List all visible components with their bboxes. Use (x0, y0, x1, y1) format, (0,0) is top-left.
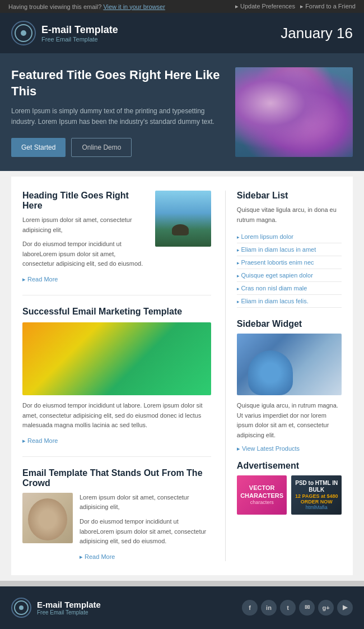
article-3-para2: Dor do eiusmod tempor incididunt ut labo… (80, 517, 211, 547)
article-1-bird-image (155, 191, 211, 247)
social-twitter[interactable]: t (280, 600, 296, 616)
list-item: Quisque eget sapien dolor (237, 269, 342, 282)
hero-text: Lorem Ipsum is simply dummy text of the … (11, 106, 224, 127)
footer-logo: E-mail Template Free Email Template (11, 598, 101, 618)
social-googleplus[interactable]: g+ (318, 600, 334, 616)
social-icons: f in t ✉ g+ ▶ (242, 600, 353, 616)
article-3-read-more[interactable]: Read More (80, 553, 115, 560)
main-column: Heading Title Goes Right Here Lorem ipsu… (22, 191, 211, 561)
article-3-title: Email Template That Stands Out From The … (22, 468, 211, 488)
article-1-title: Heading Title Goes Right Here (22, 191, 147, 211)
ad-banners: VECTOR CHARACTERS characters PSD to HTML… (237, 475, 342, 515)
top-bar-right: Update Preferences Forwrd to a Friend (235, 3, 356, 10)
article-2-read-more[interactable]: Read More (22, 437, 58, 444)
ad-2-brand: htmlMafia (306, 505, 328, 510)
ad-heading: Advertisement (237, 461, 342, 471)
article-2: Successful Email Marketing Template Dor … (22, 307, 211, 457)
sidebar-list-desc: Quisque vitae ligula arcu, in dona eu ru… (237, 205, 342, 225)
ad-1-title: VECTOR CHARACTERS (240, 484, 284, 499)
article-3: Email Template That Stands Out From The … (22, 468, 211, 561)
sidebar-widget-heading: Sidebar Widget (237, 319, 342, 329)
footer-logo-name: E-mail Template (37, 600, 101, 609)
list-item-link-3[interactable]: Praesent lobortis enim nec (241, 259, 314, 266)
article-1-content: Heading Title Goes Right Here Lorem ipsu… (22, 191, 147, 284)
logo-sub: Free Email Template (41, 36, 118, 43)
top-bar: Having trouble viewing this email? View … (0, 0, 364, 13)
sidebar-list: Lorem lipsum dolor Eliam in diam lacus i… (237, 230, 342, 308)
logo-name: E-mail Template (41, 24, 118, 36)
view-in-browser-link[interactable]: View it in your browser (103, 3, 165, 10)
article-2-title: Successful Email Marketing Template (22, 307, 211, 317)
article-1: Heading Title Goes Right Here Lorem ipsu… (22, 191, 211, 295)
trouble-text: Having trouble viewing this email? View … (8, 3, 165, 10)
logo-text: E-mail Template Free Email Template (41, 24, 118, 43)
hero-buttons: Get Started Online Demo (11, 138, 224, 157)
article-1-para2: Dor do eiusmod tempor incididunt ut labo… (22, 239, 147, 269)
logo-icon (11, 21, 36, 45)
list-item-link-2[interactable]: Eliam in diam lacus in amet (241, 246, 316, 253)
article-1-para1: Lorem ipsum dolor sit amet, consectetur … (22, 215, 147, 235)
footer-main: E-mail Template Free Email Template f in… (0, 586, 364, 629)
forward-link[interactable]: Forwrd to a Friend (300, 3, 356, 10)
ad-2-cta: ORDER NOW (301, 499, 333, 505)
list-item-link-4[interactable]: Quisque eget sapien dolor (241, 272, 312, 279)
header-date: January 16 (281, 25, 353, 42)
header: E-mail Template Free Email Template Janu… (0, 13, 364, 53)
spacer-top (0, 171, 364, 177)
main-content: Heading Title Goes Right Here Lorem ipsu… (0, 177, 364, 575)
hero-image (235, 67, 353, 157)
footer-logo-sub: Free Email Template (37, 609, 101, 616)
hero-title: Featured Title Goes Right Here Like This (11, 67, 224, 99)
social-email[interactable]: ✉ (299, 600, 315, 616)
ad-2-title: PSD to HTML IN BULK (294, 480, 339, 493)
sidebar-widget-image (237, 334, 342, 395)
list-item: Lorem lipsum dolor (237, 230, 342, 243)
social-youtube[interactable]: ▶ (337, 600, 353, 616)
list-item: Praesent lobortis enim nec (237, 256, 342, 269)
hero-flowers-image (235, 67, 353, 157)
article-3-content: Lorem ipsum dolor sit amet, consectetur … (80, 493, 211, 561)
list-item: Eliam in diam lacus in amet (237, 243, 342, 256)
list-item: Cras non nisl diam male (237, 282, 342, 295)
footer-logo-icon (11, 598, 31, 618)
logo-area: E-mail Template Free Email Template (11, 21, 118, 45)
two-col-layout: Heading Title Goes Right Here Lorem ipsu… (22, 191, 342, 561)
list-item-link-5[interactable]: Cras non nisl diam male (241, 285, 307, 292)
article-3-para1: Lorem ipsum dolor sit amet, consectetur … (80, 493, 211, 512)
list-item-link-1[interactable]: Lorem lipsum dolor (241, 233, 293, 240)
article-1-read-more[interactable]: Read More (22, 276, 58, 283)
footer-logo-text: E-mail Template Free Email Template (37, 600, 101, 616)
hero-section: Featured Title Goes Right Here Like This… (0, 53, 364, 171)
sidebar-list-heading: Sidebar List (237, 191, 342, 201)
article-3-image (22, 493, 73, 543)
hero-content: Featured Title Goes Right Here Like This… (11, 67, 224, 157)
social-linkedin[interactable]: in (261, 600, 277, 616)
get-started-button[interactable]: Get Started (11, 138, 66, 157)
content-wrapper: Heading Title Goes Right Here Lorem ipsu… (11, 177, 353, 575)
ad-banner-1[interactable]: VECTOR CHARACTERS characters (237, 475, 287, 515)
update-prefs-link[interactable]: Update Preferences (235, 3, 295, 10)
article-2-text: Dor do eiusmod tempor incididunt ut labo… (22, 401, 211, 431)
article-1-image (155, 191, 211, 247)
sidebar-widget-link[interactable]: View Latest Products (237, 445, 342, 452)
sidebar-widget-text: Quisque igula arcu, in rutrum magna. Ut … (237, 401, 342, 440)
list-item-link-6[interactable]: Eliam in diam lacus felis. (241, 298, 308, 304)
list-item: Eliam in diam lacus felis. (237, 295, 342, 308)
article-2-image (22, 322, 211, 395)
sidebar: Sidebar List Quisque vitae ligula arcu, … (225, 191, 342, 561)
article-3-inner: Lorem ipsum dolor sit amet, consectetur … (22, 493, 211, 561)
ad-1-sub: characters (250, 499, 274, 505)
social-facebook[interactable]: f (242, 600, 258, 616)
online-demo-button[interactable]: Online Demo (71, 138, 132, 157)
ad-banner-2[interactable]: PSD to HTML IN BULK 12 PAGES at $480 ORD… (291, 475, 342, 515)
spacer-bottom (0, 575, 364, 581)
ad-2-detail: 12 PAGES at $480 (295, 493, 338, 499)
